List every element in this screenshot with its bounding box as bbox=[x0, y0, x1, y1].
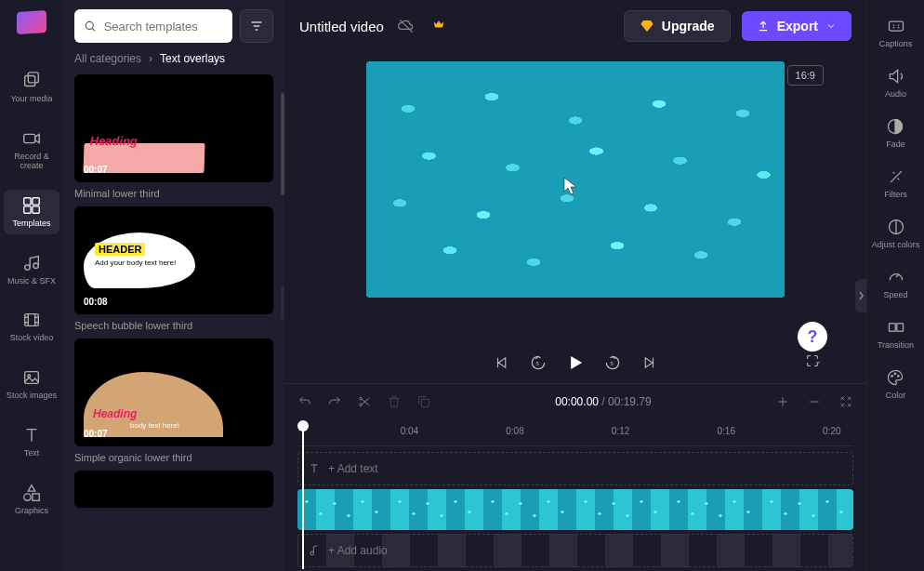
music-icon bbox=[308, 544, 321, 557]
rewind-5-button[interactable]: 5 bbox=[529, 353, 548, 372]
text-icon bbox=[21, 425, 42, 445]
text-track[interactable]: + Add text bbox=[297, 452, 853, 485]
search-templates-field[interactable] bbox=[74, 9, 232, 43]
prop-label: Transition bbox=[878, 340, 914, 350]
nav-record-create[interactable]: Record & create bbox=[4, 123, 59, 177]
breadcrumb-current: Text overlays bbox=[160, 52, 225, 65]
nav-music-sfx[interactable]: Music & SFX bbox=[4, 247, 59, 292]
svg-point-18 bbox=[360, 404, 363, 406]
video-clip[interactable] bbox=[297, 489, 853, 530]
svg-rect-1 bbox=[28, 73, 38, 83]
audio-track[interactable]: + Add audio bbox=[297, 534, 853, 567]
nav-stock-images[interactable]: Stock images bbox=[4, 362, 59, 406]
export-button[interactable]: Export bbox=[742, 11, 851, 41]
nav-your-media[interactable]: Your media bbox=[4, 65, 59, 110]
undo-button[interactable] bbox=[297, 394, 312, 409]
prop-color[interactable]: Color bbox=[886, 368, 906, 400]
svg-point-17 bbox=[360, 397, 363, 400]
upgrade-button[interactable]: Upgrade bbox=[624, 10, 731, 42]
filter-button[interactable] bbox=[240, 9, 273, 43]
nav-label: Your media bbox=[10, 95, 52, 104]
template-card-speech-bubble[interactable]: HEADER Add your body text here! 00:08 Sp… bbox=[74, 206, 273, 331]
ruler-tick: 0:20 bbox=[823, 426, 840, 436]
captions-icon bbox=[887, 17, 905, 35]
svg-rect-4 bbox=[33, 197, 39, 204]
fade-icon bbox=[886, 117, 904, 136]
zoom-out-button[interactable] bbox=[807, 394, 822, 409]
image-icon bbox=[21, 367, 42, 388]
template-duration: 00:08 bbox=[84, 297, 108, 307]
total-time: 00:19.79 bbox=[608, 395, 652, 408]
zoom-in-button[interactable] bbox=[775, 394, 790, 409]
template-card-simple-organic[interactable]: Heading body text here! 00:07 Simple org… bbox=[74, 339, 273, 463]
video-preview[interactable] bbox=[366, 61, 785, 298]
nav-label: Record & create bbox=[4, 153, 59, 171]
skip-forward-button[interactable] bbox=[640, 354, 657, 371]
svg-rect-13 bbox=[33, 494, 39, 500]
svg-rect-19 bbox=[421, 399, 429, 406]
split-button[interactable] bbox=[357, 394, 372, 409]
shapes-icon bbox=[21, 483, 42, 503]
redo-button[interactable] bbox=[327, 394, 342, 409]
prop-adjust-colors[interactable]: Adjust colors bbox=[872, 218, 920, 249]
right-properties-rail: Captions Audio Fade Filters Adjust color… bbox=[866, 0, 924, 571]
template-body: Add your body text here! bbox=[95, 259, 184, 267]
upload-icon bbox=[757, 20, 770, 33]
nav-stock-video[interactable]: Stock video bbox=[4, 304, 59, 349]
app-logo bbox=[17, 10, 46, 34]
chevron-right-icon bbox=[857, 290, 865, 301]
template-title: Simple organic lower third bbox=[74, 452, 273, 463]
template-card-minimal-lower-third[interactable]: Heading 00:07 Minimal lower third bbox=[74, 74, 273, 199]
breadcrumb-parent[interactable]: All categories bbox=[74, 52, 141, 65]
template-card[interactable] bbox=[74, 471, 273, 508]
fit-timeline-button[interactable] bbox=[838, 394, 853, 409]
svg-point-28 bbox=[898, 376, 900, 378]
play-button[interactable] bbox=[566, 353, 585, 372]
prop-label: Audio bbox=[885, 89, 906, 99]
search-input[interactable] bbox=[104, 20, 223, 33]
add-audio-label: + Add audio bbox=[328, 544, 388, 557]
nav-label: Music & SFX bbox=[7, 277, 56, 286]
speaker-icon bbox=[887, 67, 905, 86]
chevron-right-icon: › bbox=[149, 52, 152, 65]
project-title[interactable]: Untitled video bbox=[299, 19, 384, 34]
duplicate-button[interactable] bbox=[416, 394, 431, 409]
breadcrumb: All categories › Text overlays bbox=[74, 52, 273, 65]
collapse-right-panel-button[interactable] bbox=[855, 279, 866, 312]
forward-5-button[interactable]: 5 bbox=[603, 353, 622, 372]
left-navigation-rail: Your media Record & create Templates Mus… bbox=[0, 0, 63, 571]
nav-label: Text bbox=[24, 449, 40, 458]
nav-text[interactable]: Text bbox=[4, 419, 59, 464]
current-time: 00:00.00 bbox=[555, 395, 599, 408]
video-track[interactable] bbox=[297, 493, 853, 526]
template-duration: 00:07 bbox=[84, 165, 108, 175]
skip-back-button[interactable] bbox=[494, 354, 510, 371]
prop-audio[interactable]: Audio bbox=[885, 67, 906, 99]
fullscreen-button[interactable] bbox=[805, 353, 820, 372]
video-preview-area: 16:9 ? ⌄ bbox=[284, 52, 866, 342]
diamond-icon bbox=[640, 19, 654, 33]
search-icon bbox=[84, 19, 97, 33]
template-thumbnail: Heading 00:07 bbox=[74, 74, 273, 182]
timeline-ruler[interactable]: 0:04 0:08 0:12 0:16 0:20 bbox=[297, 418, 853, 446]
ruler-tick: 0:16 bbox=[717, 426, 734, 436]
aspect-ratio-selector[interactable]: 16:9 bbox=[787, 65, 824, 86]
prop-transition[interactable]: Transition bbox=[878, 318, 914, 350]
nav-graphics[interactable]: Graphics bbox=[4, 477, 59, 522]
template-thumbnail bbox=[74, 471, 273, 508]
svg-rect-5 bbox=[24, 206, 31, 213]
timeline[interactable]: 0:04 0:08 0:12 0:16 0:20 + Add text + Ad… bbox=[284, 418, 866, 571]
template-thumbnail: HEADER Add your body text here! 00:08 bbox=[74, 206, 273, 314]
camera-icon bbox=[21, 128, 42, 149]
transition-icon bbox=[887, 318, 905, 337]
template-body: body text here! bbox=[130, 421, 179, 430]
prop-speed[interactable]: Speed bbox=[883, 268, 907, 299]
delete-button[interactable] bbox=[387, 394, 402, 409]
palette-icon bbox=[886, 368, 904, 387]
prop-captions[interactable]: Captions bbox=[879, 17, 913, 48]
prop-filters[interactable]: Filters bbox=[884, 167, 907, 199]
templates-list: Heading 00:07 Minimal lower third HEADER… bbox=[74, 74, 273, 508]
prop-fade[interactable]: Fade bbox=[886, 117, 905, 149]
cloud-sync-button[interactable] bbox=[395, 15, 417, 37]
nav-templates[interactable]: Templates bbox=[4, 190, 59, 234]
